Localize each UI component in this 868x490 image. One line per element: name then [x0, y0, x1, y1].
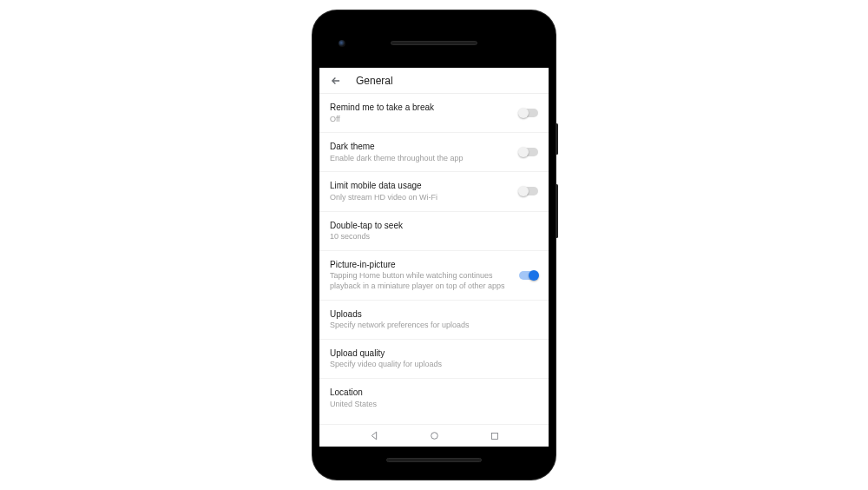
back-arrow-icon[interactable]	[330, 75, 342, 87]
screen: General Remind me to take a breakOffDark…	[319, 68, 549, 447]
toggle-switch[interactable]	[519, 148, 538, 156]
setting-row[interactable]: Remind me to take a breakOff	[319, 94, 549, 133]
setting-title: Upload quality	[330, 348, 538, 360]
bottom-bezel	[319, 447, 549, 473]
setting-title: Uploads	[330, 308, 538, 321]
setting-text: UploadsSpecify network preferences for u…	[330, 308, 538, 331]
toggle-switch[interactable]	[519, 271, 538, 280]
setting-subtitle: Tapping Home button while watching conti…	[330, 271, 509, 291]
setting-title: Limit mobile data usage	[330, 180, 509, 192]
setting-title: Picture-in-picture	[330, 259, 509, 271]
svg-point-0	[431, 433, 438, 440]
setting-subtitle: Off	[330, 115, 509, 125]
setting-text: Upload qualitySpecify video quality for …	[330, 348, 538, 370]
setting-subtitle: Only stream HD video on Wi-Fi	[330, 193, 509, 203]
phone-frame: General Remind me to take a breakOffDark…	[312, 10, 556, 480]
setting-title: Double-tap to seek	[330, 220, 538, 232]
setting-title: Remind me to take a break	[330, 102, 509, 114]
setting-subtitle: 10 seconds	[330, 232, 538, 242]
toggle-switch[interactable]	[519, 109, 538, 117]
nav-home-icon[interactable]	[429, 430, 440, 441]
setting-subtitle: Enable dark theme throughout the app	[330, 154, 509, 164]
setting-row[interactable]: UploadsSpecify network preferences for u…	[319, 301, 549, 340]
settings-list: Remind me to take a breakOffDark themeEn…	[319, 94, 549, 424]
page-title: General	[356, 75, 393, 87]
setting-row[interactable]: Upload qualitySpecify video quality for …	[319, 340, 549, 379]
volume-button[interactable]	[556, 184, 558, 238]
setting-text: Picture-in-pictureTapping Home button wh…	[330, 259, 509, 292]
setting-subtitle: Specify network preferences for uploads	[330, 321, 538, 331]
setting-row[interactable]: Double-tap to seek10 seconds	[319, 212, 549, 251]
setting-row[interactable]: Dark themeEnable dark theme throughout t…	[319, 133, 549, 172]
phone-inner: General Remind me to take a breakOffDark…	[319, 17, 549, 473]
setting-row[interactable]: LocationUnited States	[319, 379, 549, 417]
setting-row[interactable]: Limit mobile data usageOnly stream HD vi…	[319, 172, 549, 211]
nav-back-icon[interactable]	[369, 430, 380, 441]
app-bar: General	[319, 68, 549, 94]
earpiece-speaker-icon	[391, 41, 477, 45]
setting-row[interactable]: Picture-in-pictureTapping Home button wh…	[319, 251, 549, 301]
setting-title: Location	[330, 387, 538, 399]
power-button[interactable]	[556, 123, 558, 155]
top-bezel	[319, 17, 549, 68]
setting-text: Limit mobile data usageOnly stream HD vi…	[330, 180, 509, 202]
bottom-speaker-icon	[386, 458, 482, 462]
nav-recent-icon[interactable]	[490, 431, 500, 441]
front-camera-icon	[339, 40, 345, 47]
setting-subtitle: United States	[330, 400, 538, 410]
system-nav-bar	[319, 424, 549, 447]
setting-text: Double-tap to seek10 seconds	[330, 220, 538, 242]
setting-text: Dark themeEnable dark theme throughout t…	[330, 141, 509, 163]
setting-subtitle: Specify video quality for uploads	[330, 360, 538, 370]
setting-title: Dark theme	[330, 141, 509, 153]
setting-text: LocationUnited States	[330, 387, 538, 409]
svg-rect-1	[491, 433, 497, 439]
toggle-switch[interactable]	[519, 187, 538, 195]
setting-text: Remind me to take a breakOff	[330, 102, 509, 124]
